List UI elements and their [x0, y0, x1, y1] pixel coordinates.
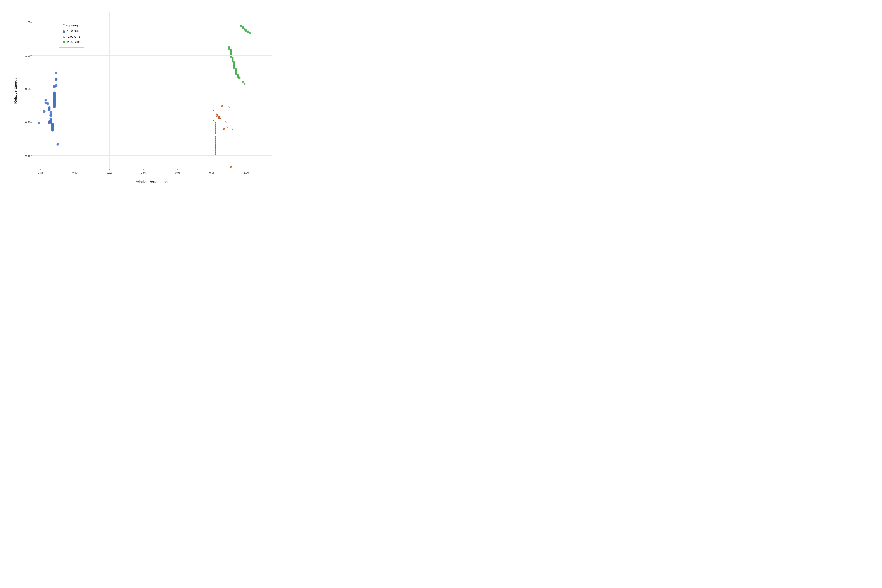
tick-label-y: 0.90	[26, 121, 31, 124]
svg-point-55	[53, 106, 56, 108]
svg-text:×: ×	[228, 105, 230, 109]
tick-label-x: 0.90	[72, 171, 77, 174]
tick-label-x: 0.92	[106, 171, 112, 174]
svg-point-31	[51, 129, 54, 132]
tick-y	[31, 155, 32, 156]
svg-point-59	[55, 78, 57, 81]
svg-point-15	[50, 114, 52, 117]
svg-point-3	[44, 99, 47, 101]
tick-label-y: 1.00	[26, 54, 31, 57]
svg-rect-167	[237, 76, 238, 78]
chart-container: Relative Energy Frequency 1.50 GHz ✕ 2.0…	[12, 8, 282, 189]
svg-point-56	[55, 72, 57, 74]
svg-text:×: ×	[230, 165, 232, 169]
tick-x	[75, 169, 75, 170]
scatter-plot: ××××××××××××××××××××××××××××××××××××××××…	[32, 12, 272, 169]
tick-label-x: 1.00	[243, 171, 249, 174]
svg-rect-137	[230, 56, 232, 58]
svg-rect-183	[243, 82, 246, 84]
svg-rect-176	[243, 28, 246, 31]
tick-label-x: 0.96	[175, 171, 180, 174]
svg-rect-154	[233, 67, 235, 69]
grid-line-x	[40, 12, 41, 169]
grid-line-y	[32, 122, 272, 122]
svg-point-60	[56, 143, 59, 146]
svg-rect-125	[228, 48, 230, 50]
y-axis-label: Relative Energy	[12, 12, 18, 169]
svg-rect-180	[247, 32, 249, 33]
svg-rect-163	[235, 73, 237, 75]
svg-point-4	[46, 102, 49, 105]
svg-rect-181	[249, 32, 250, 34]
x-axis-label: Relative Performance	[32, 180, 272, 184]
grid-line-x	[75, 12, 75, 169]
tick-label-x: 0.98	[210, 171, 214, 174]
grid-line-x	[109, 12, 110, 169]
svg-point-9	[48, 108, 51, 111]
svg-text:×: ×	[231, 127, 234, 131]
tick-label-x: 0.94	[141, 171, 146, 174]
svg-text:×: ×	[213, 108, 214, 112]
tick-label-y: 1.05	[26, 21, 31, 24]
svg-rect-174	[242, 27, 244, 29]
svg-text:×: ×	[219, 117, 222, 120]
tick-x	[143, 169, 144, 170]
grid-line-x	[144, 12, 144, 169]
svg-rect-169	[238, 77, 240, 79]
tick-label-y: 0.95	[26, 87, 31, 90]
plot-area: Frequency 1.50 GHz ✕ 2.00 GHz 2.25 GHz ×…	[32, 12, 272, 169]
svg-text:×: ×	[223, 127, 225, 131]
svg-point-58	[55, 84, 57, 87]
svg-text:×: ×	[221, 104, 223, 108]
grid-line-x	[212, 12, 212, 169]
svg-rect-182	[242, 81, 244, 83]
tick-y	[31, 122, 32, 122]
grid-line-y	[32, 155, 272, 156]
tick-x	[212, 169, 212, 170]
svg-rect-171	[240, 25, 242, 27]
svg-point-1	[43, 110, 45, 113]
svg-rect-144	[231, 60, 234, 63]
svg-text:×: ×	[226, 125, 228, 129]
tick-label-y: 0.85	[26, 154, 31, 157]
tick-label-x: 0.88	[38, 171, 43, 174]
